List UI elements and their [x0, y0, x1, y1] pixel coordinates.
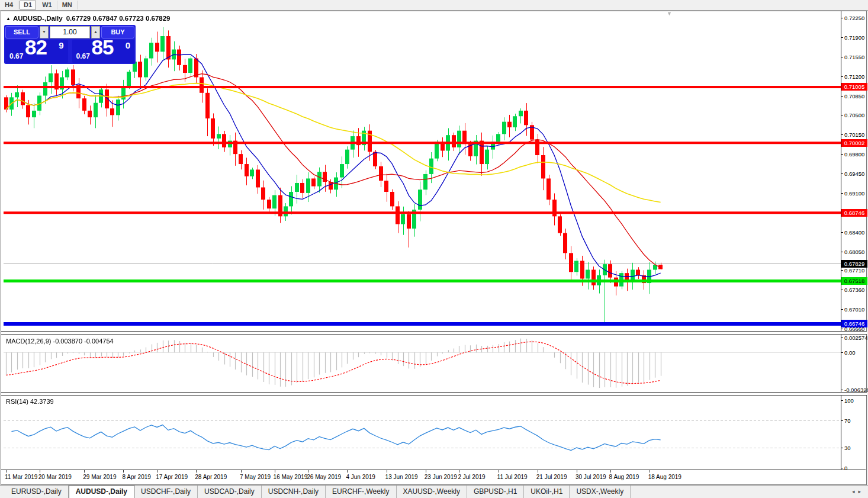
date-axis-label: 16 May 2019: [274, 474, 308, 480]
price-level-label: 0.67829: [841, 260, 867, 268]
rsi-axis-tick: [841, 448, 843, 448]
chart-header: ▲AUDUSD-,Daily0.67729 0.67847 0.67723 0.…: [6, 15, 171, 22]
rsi-label: RSI(14) 42.3739: [6, 398, 54, 405]
date-axis-label: 23 Jun 2019: [425, 474, 457, 480]
buy-price-display[interactable]: 0.67 85 0: [72, 40, 135, 63]
date-axis-label: 29 Mar 2019: [83, 474, 116, 480]
rsi-panel-splitter[interactable]: [1, 392, 867, 396]
tab-scroll-left-icon[interactable]: ◂: [852, 489, 859, 494]
chart-tab-usdchf-daily[interactable]: USDCHF-,Daily: [134, 486, 198, 498]
rsi-axis-label: 100: [844, 397, 868, 404]
date-axis-tick: [650, 470, 650, 473]
scroll-to-end-icon[interactable]: ▼: [667, 11, 672, 17]
date-axis-label: 13 Jun 2019: [385, 474, 418, 480]
price-axis-line: [841, 11, 841, 470]
rsi-axis-tick: [841, 468, 843, 468]
date-axis-tick: [84, 470, 85, 473]
chart-symbol-title: AUDUSD-,Daily: [13, 15, 63, 22]
price-axis-label: 0.68050: [844, 249, 868, 255]
price-axis-label: 0.67010: [844, 306, 868, 313]
chart-tab-usdcad-daily[interactable]: USDCAD-,Daily: [198, 486, 262, 498]
sell-price-big-digits: 82: [25, 36, 47, 59]
tab-scroll-right-icon[interactable]: ▸: [858, 489, 864, 494]
date-axis-label: 8 Aug 2019: [609, 474, 639, 480]
price-level-label: 0.70002: [841, 139, 867, 147]
price-axis-tick: [841, 134, 843, 135]
chart-tab-eurusd-daily[interactable]: EURUSD-,Daily: [5, 486, 69, 498]
macd-indicator-canvas[interactable]: [4, 335, 841, 391]
macd-axis-tick: [841, 390, 843, 390]
buy-price-big-digits: 85: [92, 36, 114, 59]
rsi-indicator-canvas[interactable]: [4, 396, 841, 469]
macd-label: MACD(12,26,9) -0.003870 -0.004754: [6, 338, 114, 345]
date-axis-label: 11 Mar 2019: [5, 474, 37, 480]
timeframe-toolbar: H4D1W1MN: [0, 0, 868, 11]
date-axis-label: 30 Jul 2019: [576, 474, 606, 480]
date-axis-label: 11 Jul 2019: [497, 474, 528, 480]
price-axis-label: 0.67360: [844, 287, 868, 293]
timeframe-button-d1[interactable]: D1: [20, 1, 36, 9]
macd-panel-splitter[interactable]: [1, 331, 867, 335]
sell-price-pip-digit: 9: [59, 40, 63, 50]
date-axis-tick: [347, 470, 348, 473]
date-axis-tick: [426, 470, 426, 473]
price-axis-tick: [841, 174, 843, 174]
chart-tab-bar: EURUSD-,DailyAUDUSD-,DailyUSDCHF-,DailyU…: [0, 485, 868, 498]
price-axis-tick: [841, 96, 843, 97]
rsi-axis-label: 0: [844, 465, 868, 471]
price-axis-label: 0.68400: [844, 229, 868, 236]
chart-tab-audusd-daily[interactable]: AUDUSD-,Daily: [69, 485, 134, 498]
price-axis-tick: [841, 329, 843, 329]
date-axis-label: 7 May 2019: [240, 474, 271, 480]
chart-tab-xauusd-weekly[interactable]: XAUUSD-,Weekly: [397, 486, 467, 498]
price-axis-tick: [841, 252, 843, 252]
chart-tab-gbpusd-h1[interactable]: GBPUSD-,H1: [467, 486, 524, 498]
timeframe-button-w1[interactable]: W1: [37, 1, 57, 9]
volume-input[interactable]: 1.00: [50, 26, 90, 38]
date-axis-tick: [538, 470, 538, 473]
date-axis-tick: [459, 470, 459, 473]
chart-tab-usdx-weekly[interactable]: USDX-,Weekly: [570, 486, 631, 498]
date-axis-tick: [40, 470, 40, 473]
price-axis-label: 0.70500: [844, 112, 868, 118]
buy-price-pip-digit: 0: [126, 40, 130, 50]
date-axis-label: 8 Apr 2019: [122, 474, 150, 480]
date-axis-label: 26 May 2019: [307, 474, 341, 480]
timeframe-button-mn[interactable]: MN: [57, 1, 78, 9]
rsi-axis-tick: [841, 400, 843, 401]
date-axis-tick: [196, 470, 197, 473]
date-axis-tick: [499, 470, 499, 473]
date-axis-label: 21 Jul 2019: [536, 474, 567, 480]
macd-axis-tick: [841, 338, 843, 338]
macd-axis-label: 0.002574: [844, 335, 868, 341]
price-axis-tick: [841, 290, 843, 290]
macd-axis-label: 0.00: [844, 349, 868, 356]
date-axis-tick: [577, 470, 577, 473]
price-level-label: 0.68746: [841, 209, 867, 217]
price-axis-label: 0.69800: [844, 151, 868, 158]
price-axis-label: 0.71550: [844, 54, 868, 60]
price-axis-label: 0.67710: [844, 267, 868, 274]
price-axis-label: 0.69100: [844, 190, 868, 197]
tab-scroll-arrows: ◂▸: [852, 489, 864, 494]
date-axis-tick: [308, 470, 308, 473]
price-axis-label: 0.71200: [844, 73, 868, 80]
chart-tab-usdcnh-daily[interactable]: USDCNH-,Daily: [262, 486, 326, 498]
chart-tab-ukoil-h1[interactable]: UKOil-,H1: [524, 486, 570, 498]
time-axis-border: [1, 470, 866, 470]
price-axis-label: 0.70150: [844, 131, 868, 138]
date-axis-tick: [241, 470, 242, 473]
date-axis-tick: [157, 470, 157, 473]
price-axis-tick: [841, 270, 843, 271]
rsi-axis-label: 70: [844, 417, 868, 424]
chart-tab-eurchf-weekly[interactable]: EURCHF-,Weekly: [326, 486, 396, 498]
price-axis-label: 0.70850: [844, 93, 868, 99]
buy-price-prefix: 0.67: [76, 52, 90, 60]
date-axis-tick: [275, 470, 275, 473]
symbol-triangle-icon: ▲: [6, 16, 11, 21]
timeframe-button-h4[interactable]: H4: [0, 1, 18, 9]
price-axis-tick: [841, 309, 843, 310]
macd-axis-tick: [841, 352, 843, 353]
date-axis-label: 28 Apr 2019: [195, 474, 227, 480]
sell-price-display[interactable]: 0.67 82 9: [5, 40, 68, 63]
